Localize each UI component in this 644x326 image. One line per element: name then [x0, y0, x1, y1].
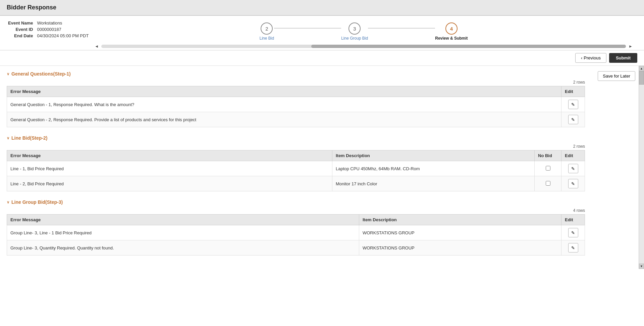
step-4-label: Review & Submit — [435, 36, 468, 41]
lb-row1-nobid-checkbox[interactable] — [546, 166, 550, 171]
scroll-thumb — [311, 45, 626, 48]
line-group-bid-header[interactable]: ∨ Line Group Bid(Step-3) — [7, 199, 585, 205]
gq-row1-edit-button[interactable]: ✎ — [568, 100, 578, 109]
lgb-row2-edit-cell: ✎ — [561, 240, 585, 255]
table-row: Group Line- 3, Line - 1 Bid Price Requir… — [7, 225, 585, 240]
lb-row1-edit-cell: ✎ — [561, 161, 585, 176]
table-row: Group Line- 3, Quantity Required. Quanti… — [7, 240, 585, 255]
horizontal-scrollbar: ◄ ► — [90, 43, 637, 50]
lgb-row1-edit-cell: ✎ — [561, 225, 585, 240]
gq-row2-edit-button[interactable]: ✎ — [568, 115, 578, 124]
step-2: 2 Line Bid — [260, 22, 274, 41]
line-bid-header[interactable]: ∨ Line Bid(Step-2) — [7, 135, 585, 141]
general-questions-table: Error Message Edit General Question - 1,… — [7, 86, 585, 127]
scroll-right-arrow[interactable]: ► — [627, 44, 634, 49]
lb-row2-error: Line - 2, Bid Price Required — [7, 176, 332, 191]
scroll-track-vertical[interactable] — [639, 71, 644, 264]
line-group-bid-chevron-icon: ∨ — [7, 200, 9, 204]
lgb-row2-error: Group Line- 3, Quantity Required. Quanti… — [7, 240, 359, 255]
line-bid-section: ∨ Line Bid(Step-2) 2 rows Error Message … — [7, 135, 585, 191]
gq-row1-edit-cell: ✎ — [561, 97, 585, 112]
lb-row1-edit-button[interactable]: ✎ — [568, 164, 578, 173]
line-bid-table: Error Message Item Description No Bid Ed… — [7, 150, 585, 191]
table-row: General Question - 2, Response Required.… — [7, 112, 585, 127]
right-sidebar: Save for Later — [592, 66, 639, 269]
event-name-value: Workstations — [36, 20, 90, 26]
lgb-col-item-header: Item Description — [359, 215, 561, 225]
scroll-up-arrow[interactable]: ▲ — [639, 66, 644, 71]
stepper-area: 2 Line Bid 3 Line Group Bid 4 Review & S… — [90, 20, 637, 50]
lb-row1-item: Laptop CPU 450Mhz, 64Mb RAM. CD-Rom — [332, 161, 534, 176]
step-3: 3 Line Group Bid — [341, 22, 368, 41]
event-info: Event Name Workstations Event ID 0000000… — [7, 20, 90, 39]
lb-row2-edit-button[interactable]: ✎ — [568, 179, 578, 188]
lb-col-nobid-header: No Bid — [535, 150, 561, 161]
general-questions-row-count: 2 rows — [7, 80, 585, 85]
event-name-label: Event Name — [7, 20, 36, 26]
line-bid-title: Line Bid(Step-2) — [11, 135, 47, 141]
gq-row1-error: General Question - 1, Response Required.… — [7, 97, 561, 112]
content-area: ∨ General Questions(Step-1) 2 rows Error… — [0, 66, 592, 269]
lb-col-item-header: Item Description — [332, 150, 534, 161]
arrow-left-icon: ‹ — [581, 55, 582, 60]
lgb-row2-item: WORKSTATIONS GROUP — [359, 240, 561, 255]
lgb-row2-edit-button[interactable]: ✎ — [568, 243, 578, 252]
page-title: Bidder Response — [7, 4, 56, 11]
step-2-circle: 2 — [261, 22, 273, 35]
lb-row2-nobid-cell — [535, 176, 561, 191]
lb-col-edit-header: Edit — [561, 150, 585, 161]
lb-row2-edit-cell: ✎ — [561, 176, 585, 191]
lb-row1-nobid-cell — [535, 161, 561, 176]
pencil-icon: ✎ — [571, 245, 575, 250]
lb-row2-nobid-checkbox[interactable] — [546, 181, 550, 186]
lb-row1-error: Line - 1, Bid Price Required — [7, 161, 332, 176]
gq-row2-error: General Question - 2, Response Required.… — [7, 112, 561, 127]
line-group-bid-table: Error Message Item Description Edit Grou… — [7, 214, 585, 255]
step-4-circle: 4 — [445, 22, 458, 35]
scroll-thumb-vertical — [639, 71, 644, 85]
previous-button[interactable]: ‹ Previous — [575, 53, 606, 63]
step-3-circle: 3 — [348, 22, 361, 35]
pencil-icon: ✎ — [571, 102, 575, 107]
pencil-icon: ✎ — [571, 230, 575, 235]
scroll-down-arrow[interactable]: ▼ — [639, 264, 644, 269]
lb-row2-item: Monitor 17 inch Color — [332, 176, 534, 191]
end-date-label: End Date — [7, 33, 36, 39]
lb-col-error-header: Error Message — [7, 150, 332, 161]
general-questions-title: General Questions(Step-1) — [11, 71, 71, 77]
gq-row2-edit-cell: ✎ — [561, 112, 585, 127]
lgb-row1-error: Group Line- 3, Line - 1 Bid Price Requir… — [7, 225, 359, 240]
pencil-icon: ✎ — [571, 117, 575, 122]
scroll-left-arrow[interactable]: ◄ — [93, 44, 100, 49]
pencil-icon: ✎ — [571, 166, 575, 171]
general-questions-section: ∨ General Questions(Step-1) 2 rows Error… — [7, 71, 585, 127]
table-row: Line - 1, Bid Price Required Laptop CPU … — [7, 161, 585, 176]
line-bid-row-count: 2 rows — [7, 144, 585, 149]
table-row: Line - 2, Bid Price Required Monitor 17 … — [7, 176, 585, 191]
gq-col-error-header: Error Message — [7, 86, 561, 97]
scroll-track[interactable] — [101, 45, 626, 48]
line-group-bid-section: ∨ Line Group Bid(Step-3) 4 rows Error Me… — [7, 199, 585, 255]
save-for-later-button[interactable]: Save for Later — [598, 71, 635, 81]
general-questions-chevron-icon: ∨ — [7, 72, 9, 76]
step-line-3-4 — [368, 28, 435, 29]
lgb-row1-item: WORKSTATIONS GROUP — [359, 225, 561, 240]
event-id-label: Event ID — [7, 26, 36, 33]
step-2-label: Line Bid — [260, 36, 274, 41]
line-group-bid-row-count: 4 rows — [7, 208, 585, 213]
lgb-col-error-header: Error Message — [7, 215, 359, 225]
step-3-label: Line Group Bid — [341, 36, 368, 41]
right-scrollbar: ▲ ▼ — [639, 66, 644, 269]
event-id-value: 0000000187 — [36, 26, 90, 33]
gq-col-edit-header: Edit — [561, 86, 585, 97]
lgb-col-edit-header: Edit — [561, 215, 585, 225]
end-date-value: 04/30/2024 05:00 PM PDT — [36, 33, 90, 39]
lgb-row1-edit-button[interactable]: ✎ — [568, 228, 578, 237]
stepper: 2 Line Bid 3 Line Group Bid 4 Review & S… — [131, 22, 596, 41]
step-4: 4 Review & Submit — [435, 22, 468, 41]
general-questions-header[interactable]: ∨ General Questions(Step-1) — [7, 71, 585, 77]
submit-button[interactable]: Submit — [609, 53, 637, 63]
action-buttons-bar: ‹ Previous Submit — [0, 50, 644, 66]
line-bid-chevron-icon: ∨ — [7, 136, 9, 140]
step-line-2-3 — [274, 28, 341, 29]
